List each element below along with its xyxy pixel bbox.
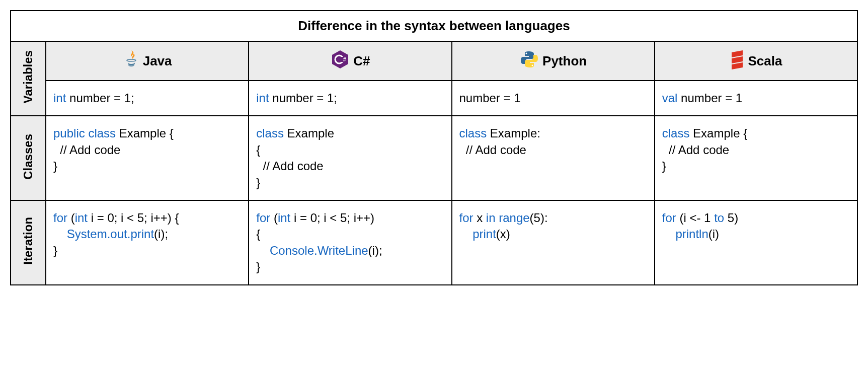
cell-variables-scala: val number = 1 xyxy=(655,81,857,116)
cell-variables-java: int number = 1; xyxy=(46,81,249,116)
lang-label-java: Java xyxy=(143,53,172,68)
lang-label-scala: Scala xyxy=(748,53,782,68)
svg-text:#: # xyxy=(343,57,346,62)
cell-iteration-java: for (int i = 0; i < 5; i++) { System.out… xyxy=(46,200,249,285)
lang-label-python: Python xyxy=(542,53,587,68)
lang-header-python: Python xyxy=(452,41,655,81)
cell-classes-java: public class Example { // Add code } xyxy=(46,116,249,200)
table-title: Difference in the syntax between languag… xyxy=(11,11,857,41)
svg-point-6 xyxy=(532,64,533,66)
cell-iteration-python: for x in range(5): print(x) xyxy=(452,200,655,285)
cell-variables-csharp: int number = 1; xyxy=(249,81,451,116)
python-icon xyxy=(519,49,539,73)
cell-variables-python: number = 1 xyxy=(452,81,655,116)
cell-classes-python: class Example: // Add code xyxy=(452,116,655,200)
lang-header-csharp: # C# xyxy=(249,41,451,81)
lang-header-scala: Scala xyxy=(655,41,857,81)
row-header-iteration: Iteration xyxy=(11,200,46,285)
row-header-classes: Classes xyxy=(11,116,46,200)
scala-icon xyxy=(730,49,745,73)
java-icon xyxy=(123,49,140,73)
cell-iteration-scala: for (i <- 1 to 5) println(i) xyxy=(655,200,857,285)
csharp-icon: # xyxy=(330,49,350,73)
cell-iteration-csharp: for (int i = 0; i < 5; i++) { Console.Wr… xyxy=(249,200,451,285)
lang-label-csharp: C# xyxy=(353,53,370,68)
syntax-comparison-table: Difference in the syntax between languag… xyxy=(10,10,858,285)
cell-classes-csharp: class Example { // Add code } xyxy=(249,116,451,200)
cell-classes-scala: class Example { // Add code } xyxy=(655,116,857,200)
svg-point-0 xyxy=(127,59,136,61)
row-header-variables: Variables xyxy=(11,41,46,116)
lang-header-java: Java xyxy=(46,41,249,81)
svg-point-5 xyxy=(526,52,527,54)
